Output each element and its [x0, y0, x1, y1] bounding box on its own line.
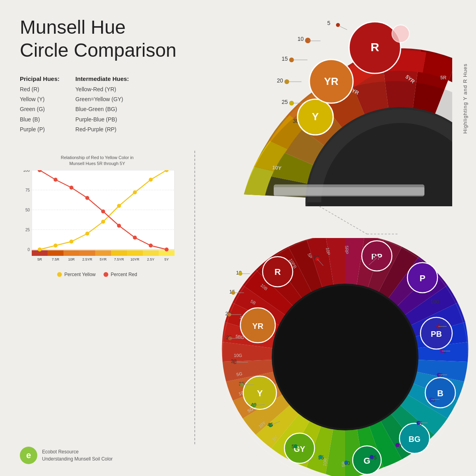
svg-text:5G: 5G [236, 371, 243, 377]
label-15: 15 [282, 56, 288, 62]
svg-line-144 [319, 206, 367, 234]
connector-svg [319, 206, 399, 246]
svg-text:Y: Y [257, 388, 263, 398]
footer-text: Ecobot Resource Understanding Munsell So… [42, 448, 113, 463]
svg-text:100: 100 [23, 170, 30, 173]
y-label: Y [312, 111, 319, 123]
chart-svg: 100 75 50 25 0 5R 7.5R 10R 2.5YR [16, 170, 178, 269]
footer-line2: Understanding Munsell Soil Color [42, 455, 113, 463]
svg-rect-12 [48, 250, 63, 256]
svg-rect-15 [95, 250, 111, 256]
svg-text:G: G [363, 456, 370, 466]
svg-point-33 [101, 220, 105, 224]
full-label-100: 100 [430, 299, 439, 305]
red-legend-label: Percent Red [111, 272, 137, 277]
svg-text:7.5YR: 7.5YR [114, 257, 124, 261]
label-10: 10 [298, 36, 304, 42]
svg-point-31 [69, 240, 73, 244]
svg-text:R: R [274, 267, 281, 277]
yellow-dot [57, 272, 62, 277]
svg-line-63 [339, 26, 347, 30]
title-section: Munsell Hue Circle Comparison [20, 16, 177, 61]
svg-point-41 [85, 196, 89, 200]
svg-point-43 [117, 224, 121, 228]
half-wheel-svg: 10Y 5Y 10YR 5YR 10R 5R 10R 5R 10 30 25 2… [230, 8, 452, 206]
svg-text:2.5Y: 2.5Y [147, 257, 155, 261]
footer-line1: Ecobot Resource [42, 448, 113, 455]
svg-text:50: 50 [25, 208, 30, 212]
footer: e Ecobot Resource Understanding Munsell … [20, 447, 113, 464]
vertical-divider [194, 151, 195, 444]
svg-text:5Y: 5Y [164, 257, 169, 261]
full-wheel-svg: 5R 10R 5YR 10YR 5Y 10Y 5GY 10GY 5G 10G 5… [218, 238, 476, 476]
svg-point-42 [101, 209, 105, 213]
svg-point-68 [274, 286, 416, 428]
svg-text:75: 75 [25, 188, 30, 192]
r-label-half: R [370, 40, 379, 54]
principal-hues-label: Pricipal Hues: [20, 75, 60, 82]
svg-text:10G: 10G [234, 353, 242, 358]
svg-point-45 [149, 244, 153, 248]
yellow-legend-label: Percent Yellow [64, 272, 96, 277]
svg-text:10Y: 10Y [272, 164, 282, 171]
legend-section: Pricipal Hues: Red (R)Yellow (Y)Green (G… [20, 75, 129, 134]
svg-rect-18 [143, 250, 159, 256]
bubble-10 [305, 38, 311, 43]
svg-point-29 [38, 248, 42, 251]
label-5: 5 [327, 20, 330, 26]
svg-text:5R: 5R [440, 75, 447, 81]
svg-text:P: P [420, 273, 426, 283]
svg-point-35 [133, 190, 137, 194]
red-legend-item: Percent Red [104, 272, 137, 277]
svg-text:25: 25 [25, 228, 30, 232]
yellow-legend-item: Percent Yellow [57, 272, 96, 277]
intermediate-hues-label: Intermediate Hues: [75, 75, 129, 82]
svg-text:2.5YR: 2.5YR [82, 257, 92, 261]
svg-text:B: B [437, 388, 443, 398]
pink-circle [392, 25, 409, 42]
svg-text:5R: 5R [37, 257, 42, 261]
red-dot [104, 272, 108, 277]
svg-text:BG: BG [409, 435, 420, 443]
principal-hues-col: Pricipal Hues: Red (R)Yellow (Y)Green (G… [20, 75, 60, 134]
intermediate-hues-list: Yellow-Red (YR)Green=Yellow (GY)Blue-Gre… [75, 84, 129, 134]
main-container: Munsell Hue Circle Comparison Pricipal H… [0, 0, 476, 476]
svg-rect-17 [127, 250, 143, 256]
svg-point-32 [85, 232, 89, 236]
side-label: Highlighting Y and R Hues [462, 63, 468, 134]
svg-point-128 [370, 455, 374, 459]
half-wheel-container: 10Y 5Y 10YR 5YR 10R 5R 10R 5R 10 30 25 2… [230, 8, 452, 198]
chart-section: Relationship of Red to Yellow Color in M… [12, 155, 182, 282]
svg-text:7.5R: 7.5R [52, 257, 60, 261]
svg-rect-14 [79, 250, 95, 256]
svg-point-44 [133, 236, 137, 240]
full-wheel-container: 5R 10R 5YR 10YR 5Y 10Y 5GY 10GY 5G 10G 5… [218, 238, 464, 468]
svg-point-34 [117, 204, 121, 208]
svg-text:PB: PB [431, 330, 442, 338]
svg-rect-65 [274, 187, 424, 195]
svg-rect-16 [111, 250, 127, 256]
svg-text:10R: 10R [68, 257, 75, 261]
svg-rect-13 [63, 250, 79, 256]
svg-point-40 [69, 186, 73, 190]
chart-legend: Percent Yellow Percent Red [12, 272, 182, 277]
principal-hues-list: Red (R)Yellow (Y)Green (G)Blue (B)Purple… [20, 84, 60, 134]
svg-point-46 [165, 248, 169, 251]
yr-label: YR [324, 75, 338, 87]
intermediate-hues-col: Intermediate Hues: Yellow-Red (YR)Green=… [75, 75, 129, 134]
chart-area: 100 75 50 25 0 5R 7.5R 10R 2.5YR [16, 170, 178, 269]
bubble-5 [336, 23, 340, 27]
svg-point-127 [344, 461, 348, 464]
svg-point-30 [54, 244, 58, 248]
svg-point-125 [294, 444, 298, 448]
svg-text:5RP: 5RP [344, 246, 349, 254]
svg-point-126 [319, 455, 322, 459]
title: Munsell Hue Circle Comparison [20, 16, 177, 61]
svg-text:5YR: 5YR [100, 257, 107, 261]
svg-text:0: 0 [27, 248, 30, 252]
svg-point-129 [395, 443, 399, 447]
svg-text:YR: YR [252, 322, 263, 330]
label-25: 25 [282, 99, 288, 105]
chart-title: Relationship of Red to Yellow Color in M… [12, 155, 182, 167]
label-20: 20 [277, 77, 283, 84]
